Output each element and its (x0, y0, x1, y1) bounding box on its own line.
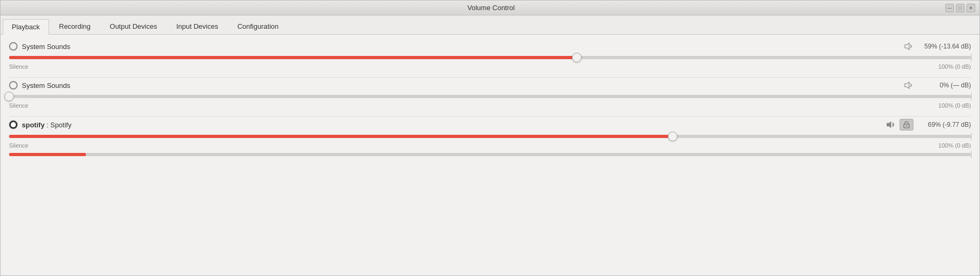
slider-container-1: Silence 100% (0 dB) (9, 56, 971, 70)
svg-marker-3 (905, 82, 909, 88)
mute-icon-2 (904, 81, 912, 90)
svg-marker-0 (905, 43, 909, 50)
svg-line-2 (910, 46, 912, 48)
section-system-sounds-2: System Sounds 0% (— dB) (9, 80, 971, 117)
lock-icon-3 (903, 121, 910, 128)
section-left-3: spotify : Spotify (9, 120, 71, 129)
slider-fill-3b (9, 153, 86, 156)
slider-thumb-2[interactable] (4, 92, 14, 101)
slider-mark-3b (971, 151, 971, 158)
mute-button-1[interactable] (903, 41, 913, 52)
section-title-3: spotify : Spotify (22, 121, 71, 129)
slider-labels-1: Silence 100% (0 dB) (9, 63, 971, 70)
spotify-icon-inner (11, 122, 16, 127)
silence-label-2: Silence (9, 102, 28, 109)
section-system-sounds-1: System Sounds 59% (-13.64 dB) (9, 41, 971, 78)
slider-labels-3a: Silence 100% (0 dB) (9, 142, 971, 149)
mute-button-2[interactable] (903, 80, 913, 91)
slider-thumb-1[interactable] (572, 53, 582, 62)
mute-icon-1 (904, 42, 912, 51)
slider-mark-2 (971, 93, 971, 100)
silence-label-1: Silence (9, 63, 28, 70)
mute-button-3[interactable] (885, 119, 895, 130)
section-header-1: System Sounds 59% (-13.64 dB) (9, 41, 971, 52)
slider-fill-3a (9, 135, 673, 138)
slider-container-3a: Silence 100% (0 dB) (9, 135, 971, 149)
lock-button-3[interactable] (900, 119, 913, 131)
max-label-3a: 100% (0 dB) (938, 142, 971, 149)
window-controls: — □ ✕ (945, 4, 975, 12)
slider-thumb-3a[interactable] (668, 132, 677, 141)
slider-labels-2: Silence 100% (0 dB) (9, 102, 971, 109)
tab-recording[interactable]: Recording (50, 19, 100, 34)
section-title-1: System Sounds (22, 43, 70, 51)
tab-input-devices[interactable]: Input Devices (167, 19, 227, 34)
section-icon-2 (9, 81, 18, 90)
slider-mark-3a (971, 133, 971, 140)
tab-configuration[interactable]: Configuration (228, 19, 288, 34)
section-icon-3 (9, 120, 18, 129)
spotify-suffix: : Spotify (45, 121, 72, 129)
section-title-2: System Sounds (22, 82, 70, 90)
section-header-3: spotify : Spotify (9, 119, 971, 131)
tab-playback[interactable]: Playback (3, 19, 49, 35)
slider-container-2: Silence 100% (0 dB) (9, 95, 971, 109)
section-icon-1 (9, 42, 18, 51)
svg-line-5 (910, 85, 912, 87)
spotify-bold-title: spotify (22, 121, 45, 129)
volume-label-3: 69% (-9.77 dB) (918, 121, 971, 128)
main-window: Volume Control — □ ✕ Playback Recording … (0, 0, 980, 276)
slider-track-3b[interactable] (9, 153, 971, 156)
section-left-1: System Sounds (9, 42, 70, 51)
window-title: Volume Control (37, 4, 945, 12)
max-label-2: 100% (0 dB) (938, 102, 971, 109)
slider-track-2[interactable] (9, 95, 971, 98)
slider-track-3a[interactable] (9, 135, 971, 138)
svg-point-8 (906, 126, 907, 127)
silence-label-3a: Silence (9, 142, 28, 149)
section-spotify: spotify : Spotify (9, 119, 971, 167)
volume-label-2: 0% (— dB) (918, 82, 971, 89)
tab-bar: Playback Recording Output Devices Input … (1, 15, 979, 35)
maximize-button[interactable]: □ (956, 4, 965, 12)
section-right-2: 0% (— dB) (903, 80, 971, 91)
volume-label-1: 59% (-13.64 dB) (918, 43, 971, 50)
section-header-2: System Sounds 0% (— dB) (9, 80, 971, 91)
svg-marker-6 (887, 121, 891, 128)
svg-line-4 (910, 84, 912, 85)
max-label-1: 100% (0 dB) (938, 63, 971, 70)
minimize-button[interactable]: — (945, 4, 954, 12)
titlebar: Volume Control — □ ✕ (1, 1, 979, 15)
content-area: System Sounds 59% (-13.64 dB) (1, 35, 979, 275)
slider-mark-1 (971, 54, 971, 61)
section-right-1: 59% (-13.64 dB) (903, 41, 971, 52)
slider-container-3b (9, 153, 971, 156)
section-left-2: System Sounds (9, 81, 70, 90)
svg-line-1 (910, 45, 912, 46)
slider-track-1[interactable] (9, 56, 971, 59)
close-button[interactable]: ✕ (967, 4, 975, 12)
tab-output-devices[interactable]: Output Devices (101, 19, 166, 34)
mute-icon-3 (886, 120, 894, 129)
slider-fill-1 (9, 56, 577, 59)
section-right-3: 69% (-9.77 dB) (885, 119, 971, 131)
